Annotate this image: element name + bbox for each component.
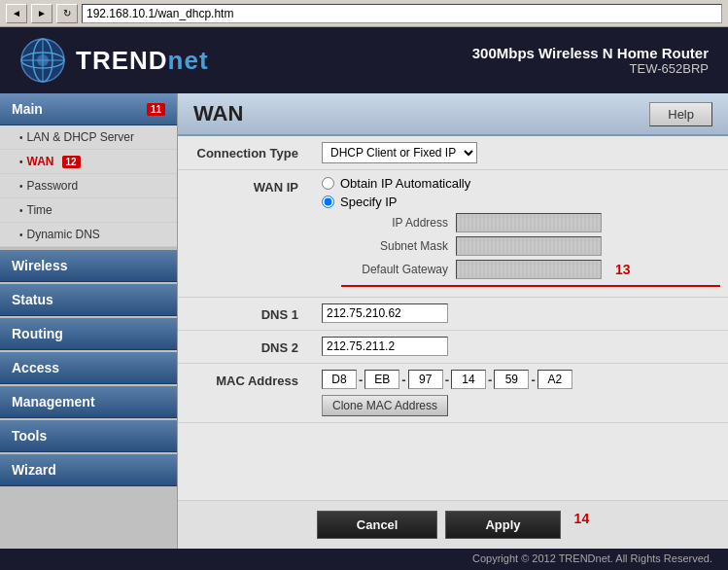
sidebar-item-wan[interactable]: • WAN 12 bbox=[0, 150, 177, 174]
logo-text: TRENDnet bbox=[76, 46, 209, 76]
dns2-value bbox=[314, 331, 728, 364]
forward-button[interactable]: ► bbox=[31, 4, 52, 23]
default-gateway-input[interactable] bbox=[456, 260, 602, 279]
annotation-13: 13 bbox=[615, 262, 631, 277]
mac-octet-5[interactable] bbox=[494, 370, 529, 389]
sidebar-section-wireless: Wireless bbox=[0, 250, 177, 282]
logo-area: TRENDnet bbox=[19, 37, 209, 84]
dns2-input[interactable] bbox=[322, 337, 448, 356]
sidebar-main-label: Main bbox=[12, 101, 43, 117]
sidebar-status-label: Status bbox=[12, 292, 53, 307]
wan-form-table: Connection Type DHCP Client or Fixed IP … bbox=[178, 136, 728, 423]
sidebar-header-wizard[interactable]: Wizard bbox=[0, 454, 177, 486]
connection-type-row: Connection Type DHCP Client or Fixed IP bbox=[178, 136, 728, 170]
mac-octet-1[interactable] bbox=[322, 370, 357, 389]
sidebar-wireless-label: Wireless bbox=[12, 258, 67, 273]
radio-specify-ip[interactable] bbox=[322, 196, 334, 208]
wan-ip-label: WAN IP bbox=[178, 170, 314, 298]
ip-address-label: IP Address bbox=[341, 216, 448, 230]
dns1-label: DNS 1 bbox=[178, 298, 314, 331]
sidebar-header-wireless[interactable]: Wireless bbox=[0, 250, 177, 282]
bullet-icon: • bbox=[19, 157, 23, 167]
bullet-icon: • bbox=[19, 230, 23, 240]
mac-octet-2[interactable] bbox=[364, 370, 399, 389]
sidebar-wan-badge: 12 bbox=[62, 156, 81, 168]
sidebar-section-wizard: Wizard bbox=[0, 454, 177, 486]
sidebar-section-access: Access bbox=[0, 352, 177, 384]
mac-octet-4[interactable] bbox=[451, 370, 486, 389]
radio-obtain-auto[interactable] bbox=[322, 177, 334, 190]
sidebar-section-main: Main 11 • LAN & DHCP Server • WAN 12 • bbox=[0, 93, 177, 248]
page-footer: Copyright © 2012 TRENDnet. All Rights Re… bbox=[0, 549, 728, 570]
content-area: Main 11 • LAN & DHCP Server • WAN 12 • bbox=[0, 93, 728, 549]
address-bar[interactable] bbox=[82, 4, 722, 23]
sidebar-routing-label: Routing bbox=[12, 326, 63, 341]
apply-button[interactable]: Apply bbox=[445, 511, 560, 539]
mac-octet-3[interactable] bbox=[408, 370, 443, 389]
subnet-mask-row: Subnet Mask bbox=[341, 236, 720, 256]
connection-type-label: Connection Type bbox=[178, 136, 314, 170]
dns2-label: DNS 2 bbox=[178, 331, 314, 364]
sidebar-section-status: Status bbox=[0, 284, 177, 316]
sidebar-ddns-label: Dynamic DNS bbox=[27, 228, 100, 241]
sidebar-header-status[interactable]: Status bbox=[0, 284, 177, 316]
sidebar-item-time[interactable]: • Time bbox=[0, 198, 177, 223]
sidebar-header-routing[interactable]: Routing bbox=[0, 318, 177, 350]
bullet-icon: • bbox=[19, 132, 23, 143]
mac-address-value: - - - - - Clone MAC Ad bbox=[314, 364, 728, 423]
ip-address-input[interactable] bbox=[456, 213, 602, 232]
help-button[interactable]: Help bbox=[649, 102, 712, 126]
sidebar-wizard-label: Wizard bbox=[12, 462, 56, 478]
copyright-text: Copyright © 2012 TRENDnet. All Rights Re… bbox=[472, 552, 712, 564]
sidebar-wan-label: WAN bbox=[27, 155, 54, 168]
sidebar-management-label: Management bbox=[12, 394, 95, 410]
bullet-icon: • bbox=[19, 181, 23, 192]
form-area: Connection Type DHCP Client or Fixed IP … bbox=[178, 136, 728, 500]
sidebar-main-badge: 11 bbox=[147, 103, 165, 116]
dns2-row: DNS 2 bbox=[178, 331, 728, 364]
mac-sep-1: - bbox=[359, 373, 363, 387]
back-button[interactable]: ◄ bbox=[6, 4, 27, 23]
sidebar-header-access[interactable]: Access bbox=[0, 352, 177, 384]
refresh-button[interactable]: ↻ bbox=[56, 4, 78, 23]
dns1-input[interactable] bbox=[322, 303, 448, 323]
sidebar-header-tools[interactable]: Tools bbox=[0, 420, 177, 452]
radio-auto-row: Obtain IP Automatically bbox=[322, 176, 720, 191]
mac-sep-4: - bbox=[488, 373, 492, 387]
default-gateway-label: Default Gateway bbox=[341, 263, 448, 276]
sidebar: Main 11 • LAN & DHCP Server • WAN 12 • bbox=[0, 93, 178, 549]
dns1-row: DNS 1 bbox=[178, 298, 728, 331]
sidebar-header-main[interactable]: Main 11 bbox=[0, 93, 177, 125]
main-content: WAN Help Connection Type DHCP Client or … bbox=[178, 93, 728, 549]
main-wrapper: TRENDnet 300Mbps Wireless N Home Router … bbox=[0, 27, 728, 570]
logo-net: net bbox=[168, 46, 209, 75]
mac-sep-2: - bbox=[401, 373, 405, 387]
sidebar-password-label: Password bbox=[27, 179, 79, 193]
mac-octet-6[interactable] bbox=[537, 370, 572, 389]
subnet-mask-input[interactable] bbox=[456, 236, 602, 256]
wan-ip-value: Obtain IP Automatically Specify IP IP Ad… bbox=[314, 170, 728, 298]
sidebar-item-lan-dhcp[interactable]: • LAN & DHCP Server bbox=[0, 125, 177, 150]
default-gateway-row: Default Gateway 13 bbox=[341, 260, 720, 287]
mac-address-row: MAC Address - - - - bbox=[178, 364, 728, 423]
svg-point-5 bbox=[37, 54, 49, 66]
sidebar-section-routing: Routing bbox=[0, 318, 177, 350]
clone-mac-button[interactable]: Clone MAC Address bbox=[322, 395, 448, 416]
sidebar-tools-label: Tools bbox=[12, 428, 47, 444]
sidebar-header-management[interactable]: Management bbox=[0, 386, 177, 418]
mac-octet-group: - - - - - bbox=[322, 370, 720, 389]
router-info: 300Mbps Wireless N Home Router TEW-652BR… bbox=[472, 45, 709, 76]
ip-address-row: IP Address bbox=[341, 213, 720, 232]
sidebar-sub-main: • LAN & DHCP Server • WAN 12 • Password … bbox=[0, 125, 177, 248]
bullet-icon: • bbox=[19, 205, 23, 216]
trendnet-logo-icon bbox=[19, 37, 66, 84]
mac-sep-3: - bbox=[445, 373, 449, 387]
sidebar-item-dynamic-dns[interactable]: • Dynamic DNS bbox=[0, 223, 177, 247]
cancel-button[interactable]: Cancel bbox=[317, 511, 438, 539]
page-header-banner: TRENDnet 300Mbps Wireless N Home Router … bbox=[0, 27, 728, 93]
router-sku: TEW-652BRP bbox=[472, 61, 709, 76]
logo-trend: TREND bbox=[76, 46, 168, 75]
sidebar-item-password[interactable]: • Password bbox=[0, 174, 177, 198]
connection-type-select[interactable]: DHCP Client or Fixed IP bbox=[322, 142, 477, 163]
mac-address-label: MAC Address bbox=[178, 364, 314, 423]
